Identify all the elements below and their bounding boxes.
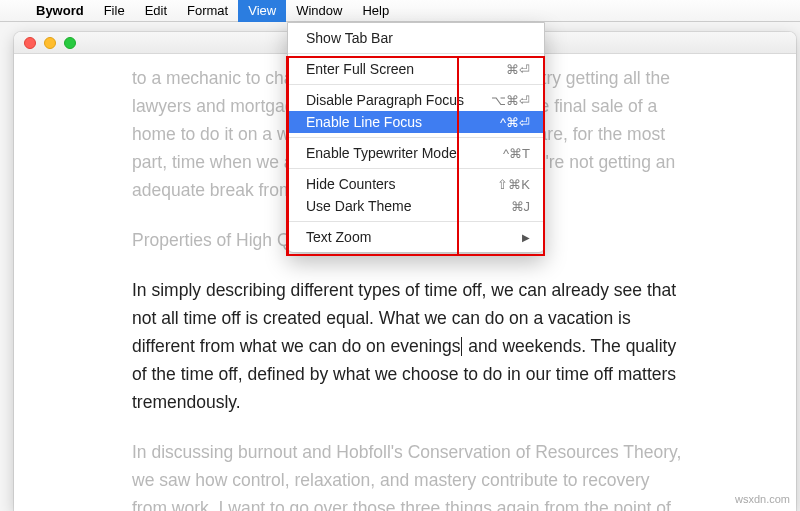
menu-separator xyxy=(288,221,544,222)
close-icon[interactable] xyxy=(24,37,36,49)
menu-item-shortcut: ^⌘⏎ xyxy=(500,115,530,130)
paragraph-dimmed-2: In discussing burnout and Hobfoll's Cons… xyxy=(132,438,684,511)
menu-item-label: Enter Full Screen xyxy=(306,61,414,77)
menu-item-label: Disable Paragraph Focus xyxy=(306,92,464,108)
system-menubar: Byword File Edit Format View Window Help xyxy=(0,0,800,22)
menu-window[interactable]: Window xyxy=(286,0,352,22)
menu-item-shortcut: ⇧⌘K xyxy=(497,177,530,192)
watermark-text: wsxdn.com xyxy=(735,493,790,505)
menu-item-shortcut: ^⌘T xyxy=(503,146,530,161)
menu-item-label: Text Zoom xyxy=(306,229,371,245)
menu-help[interactable]: Help xyxy=(352,0,399,22)
menubar-app-name[interactable]: Byword xyxy=(26,0,94,22)
menu-format[interactable]: Format xyxy=(177,0,238,22)
menu-item-label: Use Dark Theme xyxy=(306,198,412,214)
menu-item-label: Enable Line Focus xyxy=(306,114,422,130)
menu-item-label: Enable Typewriter Mode xyxy=(306,145,457,161)
paragraph-focused: In simply describing different types of … xyxy=(132,276,684,416)
menu-item-show-tab-bar[interactable]: Show Tab Bar xyxy=(288,27,544,49)
menu-item-shortcut: ⌘J xyxy=(511,199,531,214)
menu-item-text-zoom[interactable]: Text Zoom ▶ xyxy=(288,226,544,248)
menu-item-enable-typewriter-mode[interactable]: Enable Typewriter Mode ^⌘T xyxy=(288,142,544,164)
minimize-icon[interactable] xyxy=(44,37,56,49)
menu-item-label: Show Tab Bar xyxy=(306,30,393,46)
menu-item-label: Hide Counters xyxy=(306,176,396,192)
menu-separator xyxy=(288,84,544,85)
menu-item-use-dark-theme[interactable]: Use Dark Theme ⌘J xyxy=(288,195,544,217)
menu-separator xyxy=(288,168,544,169)
view-menu-dropdown: Show Tab Bar Enter Full Screen ⌘⏎ Disabl… xyxy=(287,22,545,253)
menu-separator xyxy=(288,53,544,54)
zoom-icon[interactable] xyxy=(64,37,76,49)
menu-file[interactable]: File xyxy=(94,0,135,22)
menu-separator xyxy=(288,137,544,138)
menu-item-hide-counters[interactable]: Hide Counters ⇧⌘K xyxy=(288,173,544,195)
menu-view[interactable]: View xyxy=(238,0,286,22)
menu-item-enter-full-screen[interactable]: Enter Full Screen ⌘⏎ xyxy=(288,58,544,80)
menu-item-shortcut: ⌘⏎ xyxy=(506,62,530,77)
menu-item-shortcut: ⌥⌘⏎ xyxy=(491,93,530,108)
menu-item-enable-line-focus[interactable]: Enable Line Focus ^⌘⏎ xyxy=(288,111,544,133)
chevron-right-icon: ▶ xyxy=(522,232,530,243)
menu-edit[interactable]: Edit xyxy=(135,0,177,22)
menu-item-disable-paragraph-focus[interactable]: Disable Paragraph Focus ⌥⌘⏎ xyxy=(288,89,544,111)
